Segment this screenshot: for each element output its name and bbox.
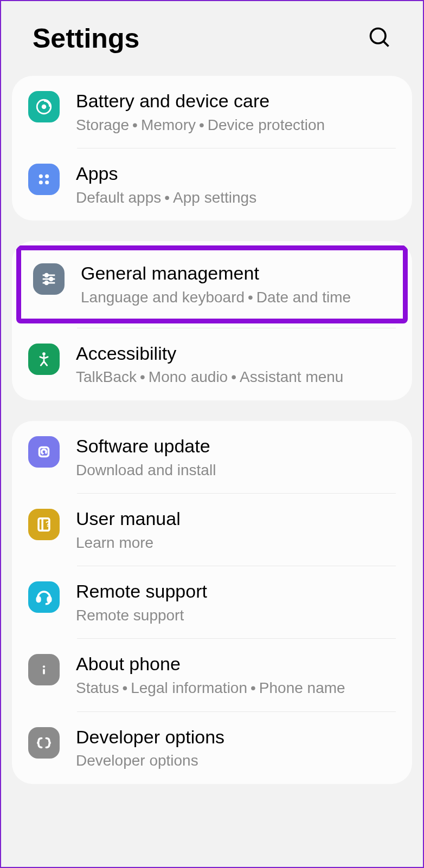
info-icon [28,654,60,685]
svg-point-4 [39,174,43,178]
settings-item-remote-support[interactable]: Remote support Remote support [12,566,412,638]
svg-text:?: ? [46,520,50,528]
svg-point-13 [45,282,48,285]
svg-line-1 [383,41,388,46]
item-title: Remote support [76,580,396,603]
manual-icon: ? [28,509,60,540]
apps-icon [28,164,60,195]
svg-rect-20 [48,597,51,602]
settings-item-apps[interactable]: Apps Default apps•App settings [12,148,412,221]
item-subtitle: Developer options [76,751,396,770]
settings-item-user-manual[interactable]: ? User manual Learn more [12,494,412,566]
svg-point-22 [43,666,45,668]
svg-point-7 [45,180,49,184]
settings-item-accessibility[interactable]: Accessibility TalkBack•Mono audio•Assist… [12,328,412,400]
item-title: Accessibility [76,342,396,365]
item-subtitle: Language and keyboard•Date and time [81,288,391,307]
battery-care-icon [28,91,60,122]
settings-group: General management Language and keyboard… [12,241,412,400]
svg-rect-23 [43,669,45,675]
settings-item-software-update[interactable]: Software update Download and install [12,421,412,493]
page-title: Settings [33,23,139,54]
svg-point-14 [42,352,46,355]
update-icon [28,436,60,468]
developer-icon [28,727,60,759]
settings-item-battery-device-care[interactable]: Battery and device care Storage•Memory•D… [12,76,412,148]
item-subtitle: Download and install [76,461,396,480]
svg-point-11 [49,278,53,281]
svg-point-3 [42,105,47,109]
item-title: General management [81,262,391,284]
item-title: Developer options [76,726,396,748]
item-subtitle: Status•Legal information•Phone name [76,678,396,698]
settings-item-developer-options[interactable]: Developer options Developer options [12,712,412,784]
item-title: Software update [76,435,396,457]
svg-point-9 [45,274,48,277]
headset-icon [28,581,60,613]
svg-point-0 [371,29,386,44]
settings-item-general-management[interactable]: General management Language and keyboard… [16,245,408,323]
search-icon[interactable] [368,25,391,51]
svg-point-6 [39,180,43,184]
item-title: Battery and device care [76,90,396,112]
item-title: Apps [76,163,396,185]
accessibility-icon [28,344,60,375]
item-subtitle: Default apps•App settings [76,188,396,208]
sliders-icon [33,263,65,295]
settings-group: Battery and device care Storage•Memory•D… [12,76,412,221]
svg-rect-19 [37,597,40,602]
item-title: About phone [76,653,396,675]
settings-item-about-phone[interactable]: About phone Status•Legal information•Pho… [12,639,412,711]
item-subtitle: Remote support [76,606,396,625]
item-subtitle: Learn more [76,533,396,553]
settings-group: Software update Download and install ? U… [12,421,412,784]
item-subtitle: Storage•Memory•Device protection [76,115,396,135]
item-subtitle: TalkBack•Mono audio•Assistant menu [76,367,396,387]
svg-point-5 [45,174,49,178]
item-title: User manual [76,508,396,530]
